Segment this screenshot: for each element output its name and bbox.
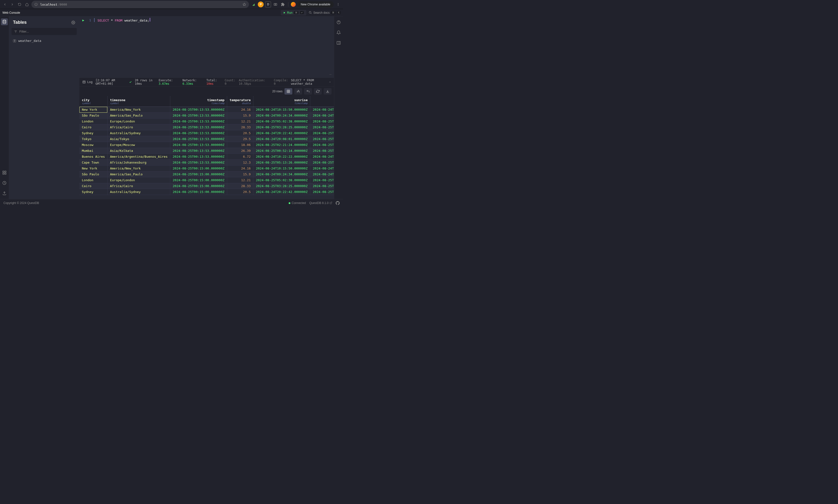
table-cell[interactable]: Sydney [80, 130, 107, 136]
table-cell[interactable]: 2024-08-25T00:52:14.000000Z [254, 148, 310, 154]
table-cell[interactable]: 18.06 [227, 142, 254, 148]
table-cell[interactable]: 2024-08-25T05:02:38.000000Z [254, 119, 310, 124]
table-row[interactable]: TokyoAsia/Tokyo2024-08-25T00:13:53.00000… [80, 136, 334, 142]
table-cell[interactable]: 2024-08-24T21:29:35.000000Z [310, 154, 334, 160]
table-cell[interactable]: 2024-08-25T00:13:53.000000Z [170, 154, 227, 160]
column-header[interactable]: timezonesymbol [107, 96, 170, 107]
table-cell[interactable]: London [80, 177, 107, 183]
table-cell[interactable]: 28.33 [227, 183, 254, 189]
table-row[interactable]: Buenos AiresAmerica/Argentina/Buenos_Air… [80, 154, 334, 160]
column-header[interactable]: timestamptimestamp [170, 96, 227, 107]
table-cell[interactable]: Cape Town [80, 160, 107, 165]
table-cell[interactable]: Moscow [80, 142, 107, 148]
grid-view-button[interactable] [284, 88, 292, 94]
column-header[interactable]: temperaturedouble [227, 96, 254, 107]
minimap-close-icon[interactable]: — [330, 72, 332, 76]
table-cell[interactable]: 2024-08-25T03:28:25.000000Z [254, 183, 310, 189]
reload-button[interactable] [17, 1, 22, 7]
table-cell[interactable]: 6.72 [227, 154, 254, 160]
table-cell[interactable]: 2024-08-25T00:15:00.000000Z [170, 183, 227, 189]
table-cell[interactable]: 2024-08-25T00:13:53.000000Z [170, 124, 227, 130]
table-cell[interactable]: Asia/Kolkata [107, 148, 170, 154]
ext-icon-4[interactable] [273, 1, 278, 7]
table-row[interactable]: CairoAfrica/Cairo2024-08-25T00:13:53.000… [80, 124, 334, 130]
table-cell[interactable]: 2024-08-25T13:29:19.000000Z [310, 148, 334, 154]
panel-icon[interactable] [335, 39, 342, 46]
table-cell[interactable]: Africa/Johannesburg [107, 160, 170, 165]
table-cell[interactable]: 24.16 [227, 107, 254, 113]
result-grid-wrap[interactable]: citysymboltimezonesymboltimestamptimesta… [80, 96, 334, 199]
table-cell[interactable]: 2024-08-25T00:13:53.000000Z [170, 160, 227, 165]
table-row[interactable]: New YorkAmerica/New_York2024-08-25T00:13… [80, 107, 334, 113]
home-button[interactable] [24, 1, 30, 7]
profile-avatar[interactable] [291, 2, 296, 7]
table-row[interactable]: Cape TownAfrica/Johannesburg2024-08-25T0… [80, 160, 334, 165]
upload-icon[interactable] [1, 190, 8, 197]
table-cell[interactable]: Europe/London [107, 177, 170, 183]
table-cell[interactable]: 2024-08-24T20:53:25.000000Z [310, 113, 334, 119]
table-cell[interactable]: 2024-08-25T00:13:53.000000Z [170, 130, 227, 136]
table-cell[interactable]: 2024-08-24T10:22:22.000000Z [254, 154, 310, 160]
table-cell[interactable]: Cairo [80, 124, 107, 130]
download-button[interactable] [324, 88, 332, 94]
table-row[interactable]: SydneyAustralia/Sydney2024-08-25T00:13:5… [80, 130, 334, 136]
gear-icon[interactable] [71, 21, 75, 24]
table-cell[interactable]: Australia/Sydney [107, 130, 170, 136]
table-cell[interactable]: 2024-08-25T16:42:10.000000Z [310, 142, 334, 148]
undo-button[interactable] [304, 88, 312, 94]
table-cell[interactable]: 2024-08-25T16:26:11.000000Z [310, 183, 334, 189]
table-cell[interactable]: 2024-08-24T10:15:50.000000Z [254, 107, 310, 113]
table-cell[interactable]: 2024-08-25T07:32:18.000000Z [310, 130, 334, 136]
table-row[interactable]: LondonEurope/London2024-08-25T00:13:53.0… [80, 119, 334, 124]
more-icon[interactable] [335, 1, 341, 7]
column-header[interactable]: citysymbol [80, 96, 107, 107]
table-cell[interactable]: 2024-08-25T02:21:24.000000Z [254, 142, 310, 148]
github-icon[interactable] [336, 201, 339, 205]
table-cell[interactable]: 2024-08-24T10:15:50.000000Z [254, 165, 310, 172]
table-cell[interactable]: America/New_York [107, 107, 170, 113]
help-icon[interactable] [335, 19, 342, 26]
extensions-icon[interactable] [280, 1, 286, 7]
table-cell[interactable]: Asia/Tokyo [107, 136, 170, 142]
table-cell[interactable]: 2024-08-25T00:15:00.000000Z [170, 165, 227, 172]
forward-button[interactable] [9, 1, 15, 7]
table-cell[interactable]: 12.21 [227, 119, 254, 124]
table-cell[interactable]: 2024-08-25T16:26:11.000000Z [310, 124, 334, 130]
version-link[interactable]: QuestDB 8.1.0 [309, 201, 332, 205]
table-cell[interactable]: 20.5 [227, 189, 254, 195]
table-cell[interactable]: America/New_York [107, 165, 170, 172]
table-cell[interactable]: 2024-08-25T07:32:18.000000Z [310, 189, 334, 195]
table-cell[interactable]: Cairo [80, 183, 107, 189]
back-button[interactable] [2, 1, 8, 7]
table-cell[interactable]: 2024-08-25T19:02:50.000000Z [310, 177, 334, 183]
table-cell[interactable]: 2024-08-25T05:02:38.000000Z [254, 177, 310, 183]
table-cell[interactable]: 2024-08-25T19:02:50.000000Z [310, 119, 334, 124]
table-cell[interactable]: 2024-08-25T16:23:38.000000Z [310, 160, 334, 165]
table-cell[interactable]: 12.21 [227, 177, 254, 183]
table-cell[interactable]: 2024-08-25T00:15:00.000000Z [170, 177, 227, 183]
ext-icon-3[interactable]: D [265, 1, 271, 7]
table-cell[interactable]: 2024-08-25T00:15:00.000000Z [170, 189, 227, 195]
table-cell[interactable]: 2024-08-25T00:13:53.000000Z [170, 119, 227, 124]
table-cell[interactable]: 26.39 [227, 148, 254, 154]
table-cell[interactable]: 15.9 [227, 113, 254, 119]
table-cell[interactable]: 2024-08-24T23:41:05.000000Z [310, 165, 334, 172]
table-cell[interactable]: 2024-08-25T00:13:53.000000Z [170, 142, 227, 148]
table-cell[interactable]: America/Sao_Paulo [107, 172, 170, 177]
filter-input[interactable]: Filter... [12, 28, 77, 35]
table-cell[interactable]: 2024-08-24T23:41:05.000000Z [310, 107, 334, 113]
sql-editor[interactable]: ▶ 1 SELECT * FROM weather_data; — [80, 16, 334, 78]
bookmark-icon[interactable] [243, 3, 246, 6]
table-cell[interactable]: America/Sao_Paulo [107, 113, 170, 119]
table-cell[interactable]: 2024-08-25T00:13:53.000000Z [170, 136, 227, 142]
table-cell[interactable]: 2024-08-24T09:24:34.000000Z [254, 172, 310, 177]
table-cell[interactable]: 12.3 [227, 160, 254, 165]
search-docs[interactable]: Search docs ⌘ K [309, 11, 341, 15]
column-header[interactable]: sunsettimestamp [310, 96, 334, 107]
table-cell[interactable]: 20.5 [227, 130, 254, 136]
table-cell[interactable]: São Paulo [80, 172, 107, 177]
table-cell[interactable]: Mumbai [80, 148, 107, 154]
table-cell[interactable]: Tokyo [80, 136, 107, 142]
table-cell[interactable]: 2024-08-24T20:08:01.000000Z [254, 136, 310, 142]
table-cell[interactable]: America/Argentina/Buenos_Aires [107, 154, 170, 160]
